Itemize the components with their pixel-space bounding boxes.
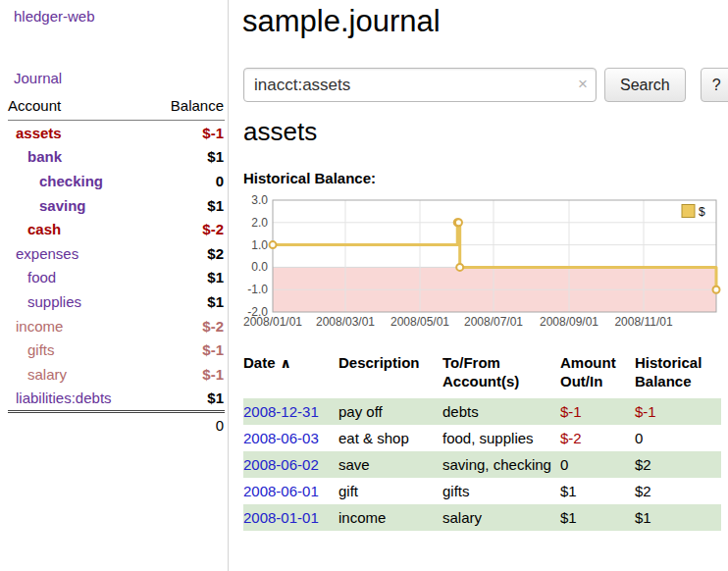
page-title: sample.journal bbox=[242, 0, 441, 43]
chart-y-axis-labels: 3.0 2.0 1.0 0.0 -1.0 -2.0 bbox=[247, 193, 268, 319]
accounts-total-value: 0 bbox=[216, 417, 224, 434]
transaction-accounts: gifts bbox=[442, 478, 560, 504]
account-balance: $1 bbox=[207, 197, 225, 214]
transaction-description: save bbox=[338, 451, 442, 478]
register-table: Date∧ Description To/From Account(s) Amo… bbox=[243, 349, 721, 531]
account-balance: $1 bbox=[207, 269, 225, 286]
x-tick-label: 2008/05/01 bbox=[390, 315, 449, 329]
transaction-date-link[interactable]: 2008-06-01 bbox=[243, 483, 319, 499]
account-balance: $-1 bbox=[202, 125, 225, 141]
account-link-cash[interactable]: cash bbox=[8, 221, 61, 237]
x-tick-label: 2008/03/01 bbox=[316, 315, 375, 329]
register-header-row: Date∧ Description To/From Account(s) Amo… bbox=[243, 349, 721, 398]
register-header-description: Description bbox=[338, 349, 442, 398]
transaction-amount: $-1 bbox=[560, 398, 635, 425]
search-input[interactable] bbox=[243, 68, 597, 102]
account-link-food[interactable]: food bbox=[8, 269, 56, 286]
register-header-amount: Amount Out/In bbox=[560, 349, 635, 398]
date-header-label: Date bbox=[243, 354, 276, 371]
account-link-assets[interactable]: assets bbox=[8, 125, 62, 141]
transaction-balance: $1 bbox=[635, 504, 721, 531]
transaction-accounts: saving, checking bbox=[442, 451, 560, 478]
account-link-gifts[interactable]: gifts bbox=[8, 341, 55, 358]
account-row-supplies: supplies $1 bbox=[8, 289, 225, 314]
search-bar: × Search ? bbox=[243, 68, 728, 102]
register-row: 2008-06-03 eat & shop food, supplies $-2… bbox=[243, 425, 721, 451]
chart-heading: Historical Balance: bbox=[243, 170, 376, 186]
balance-chart: 3.0 2.0 1.0 0.0 -1.0 -2.0 2008/01/01 200… bbox=[243, 194, 721, 334]
account-link-salary[interactable]: salary bbox=[8, 366, 67, 383]
register-row: 2008-06-02 save saving, checking 0 $2 bbox=[243, 451, 721, 478]
account-row-saving: saving $1 bbox=[8, 193, 225, 218]
account-row-bank: bank $1 bbox=[8, 145, 225, 170]
accounts-col-account: Account bbox=[8, 97, 61, 114]
sidebar-item-journal[interactable]: Journal bbox=[14, 70, 62, 86]
search-box: × bbox=[243, 68, 597, 102]
y-tick-label: 3.0 bbox=[251, 193, 268, 207]
x-tick-label: 2008/01/01 bbox=[243, 315, 302, 329]
account-link-checking[interactable]: checking bbox=[8, 173, 103, 189]
transaction-amount: $1 bbox=[560, 478, 635, 504]
register-header-balance: Historical Balance bbox=[635, 349, 721, 398]
search-button[interactable]: Search bbox=[604, 68, 686, 102]
account-row-gifts: gifts $-1 bbox=[8, 337, 225, 362]
account-link-expenses[interactable]: expenses bbox=[8, 245, 78, 262]
x-tick-label: 2008/09/01 bbox=[540, 315, 598, 329]
accounts-total-row: 0 bbox=[8, 410, 225, 434]
sort-ascending-icon: ∧ bbox=[281, 355, 291, 371]
accounts-table-header: Account Balance bbox=[8, 97, 225, 121]
x-tick-label: 2008/11/01 bbox=[614, 315, 672, 329]
account-balance: $1 bbox=[207, 293, 225, 310]
register-header-date[interactable]: Date∧ bbox=[243, 349, 338, 398]
transaction-balance: 0 bbox=[635, 425, 721, 451]
transaction-accounts: salary bbox=[442, 504, 560, 531]
x-tick-label: 2008/07/01 bbox=[464, 315, 523, 329]
help-button[interactable]: ? bbox=[701, 68, 728, 102]
sidebar-divider bbox=[228, 0, 229, 571]
account-balance: $-1 bbox=[202, 341, 225, 358]
account-row-income: income $-2 bbox=[8, 314, 225, 338]
account-link-supplies[interactable]: supplies bbox=[8, 293, 81, 310]
account-row-expenses: expenses $2 bbox=[8, 241, 225, 266]
y-tick-label: 0.0 bbox=[251, 260, 268, 274]
accounts-col-balance: Balance bbox=[171, 97, 224, 114]
chart-x-axis-labels: 2008/01/01 2008/03/01 2008/05/01 2008/07… bbox=[243, 315, 673, 329]
transaction-date-link[interactable]: 2008-06-03 bbox=[243, 430, 319, 446]
account-balance: $1 bbox=[207, 389, 225, 406]
app-title-link[interactable]: hledger-web bbox=[14, 8, 95, 25]
account-balance: $1 bbox=[207, 148, 225, 165]
account-link-saving[interactable]: saving bbox=[8, 197, 86, 214]
y-tick-label: -1.0 bbox=[247, 283, 268, 296]
transaction-balance: $-1 bbox=[635, 398, 721, 425]
transaction-description: income bbox=[338, 504, 442, 531]
transaction-balance: $2 bbox=[635, 451, 721, 478]
transaction-date-link[interactable]: 2008-12-31 bbox=[243, 403, 319, 420]
register-row: 2008-01-01 income salary $1 $1 bbox=[243, 504, 721, 531]
legend-swatch-icon bbox=[682, 205, 695, 218]
account-balance: $2 bbox=[207, 245, 225, 262]
account-balance: 0 bbox=[216, 173, 225, 189]
account-heading: assets bbox=[243, 114, 317, 149]
account-balance: $-2 bbox=[202, 318, 225, 335]
legend-label: $ bbox=[699, 205, 705, 219]
account-link-income[interactable]: income bbox=[8, 318, 63, 335]
account-balance: $-2 bbox=[202, 221, 225, 237]
transaction-accounts: food, supplies bbox=[442, 425, 560, 451]
register-row: 2008-12-31 pay off debts $-1 $-1 bbox=[243, 398, 721, 425]
transaction-balance: $2 bbox=[635, 478, 721, 504]
clear-search-icon[interactable]: × bbox=[578, 75, 588, 94]
y-tick-label: 2.0 bbox=[251, 216, 268, 230]
transaction-date-link[interactable]: 2008-06-02 bbox=[243, 456, 319, 473]
account-link-liabilities-debts[interactable]: liabilities:debts bbox=[8, 389, 112, 406]
transaction-amount: $1 bbox=[560, 504, 635, 531]
transaction-description: eat & shop bbox=[338, 425, 442, 451]
transaction-description: pay off bbox=[338, 398, 442, 425]
transaction-date-link[interactable]: 2008-01-01 bbox=[243, 509, 319, 526]
transaction-description: gift bbox=[338, 478, 442, 504]
transaction-amount: 0 bbox=[560, 451, 635, 478]
account-row-checking: checking 0 bbox=[8, 169, 225, 193]
account-link-bank[interactable]: bank bbox=[8, 148, 62, 165]
accounts-table: Account Balance assets $-1 bank $1 check… bbox=[8, 97, 225, 434]
register-row: 2008-06-01 gift gifts $1 $2 bbox=[243, 478, 721, 504]
account-row-liabilities-debts: liabilities:debts $1 bbox=[8, 387, 225, 411]
